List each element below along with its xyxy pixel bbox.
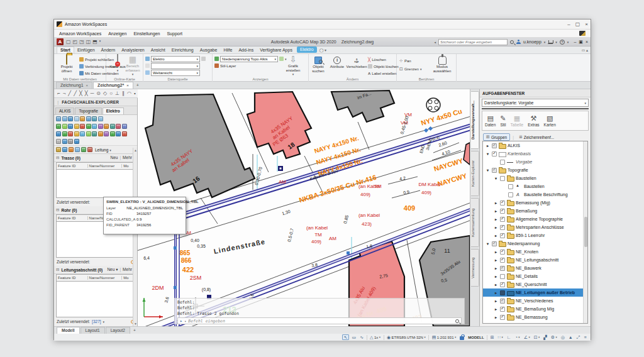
tree-item[interactable]: ▸ALKIS: [483, 141, 587, 150]
search-collapse-icon[interactable]: ◂: [435, 40, 436, 44]
taskpane-tool-daten[interactable]: ▤Daten: [485, 114, 496, 127]
visibility-checkbox[interactable]: [500, 266, 505, 271]
tree-item[interactable]: ▸NE_Leitungen außer Betrieb: [483, 288, 587, 297]
objekt-suchen-button[interactable]: Objekt suchen: [309, 55, 328, 76]
gruppen-button[interactable]: ⊞Gruppen: [483, 133, 510, 141]
display-scale[interactable]: △1x▾: [369, 334, 382, 340]
tree-item[interactable]: ▸Mehrsparten Anschlüsse: [483, 223, 587, 231]
ribbon-tab-einfügen[interactable]: Einfügen: [74, 47, 98, 53]
isolate-objects[interactable]: ◎: [560, 334, 565, 340]
feature-class-icon[interactable]: [86, 131, 91, 136]
expander-icon[interactable]: ▸: [494, 209, 498, 213]
tab-elektro[interactable]: Elektro: [103, 107, 124, 114]
bereich-erfassen-button[interactable]: ▦ Bereich erfassen ▾: [123, 55, 143, 76]
expander-icon[interactable]: ▸: [494, 282, 498, 287]
grenzen-button[interactable]: ⊡Grenzen▾: [399, 66, 421, 72]
ribbon-tab-ändern[interactable]: Ändern: [98, 47, 119, 53]
feature-class-icon[interactable]: [86, 124, 91, 129]
expander-icon[interactable]: ▾: [494, 176, 498, 180]
feature-class-icon[interactable]: [56, 124, 61, 129]
tree-item[interactable]: ▸859-1 Leerrohr: [483, 231, 587, 239]
expander-icon[interactable]: ▾: [486, 241, 490, 246]
draw-tool-icon[interactable]: ∥: [122, 91, 125, 96]
tree-item[interactable]: ▸NE_Bauwerk: [483, 264, 587, 272]
feature-class-icon[interactable]: [116, 131, 121, 136]
expander-icon[interactable]: ▸: [494, 274, 498, 278]
expander-icon[interactable]: ▸: [494, 290, 498, 295]
open-drawing-icon[interactable]: ◰: [73, 39, 78, 45]
explorer-tool-icon[interactable]: [56, 147, 61, 152]
datenquelle-combo-2[interactable]: ▾: [151, 63, 200, 69]
tree-item[interactable]: ▾Niederspannung: [483, 239, 587, 248]
ws-minimize-button[interactable]: –: [567, 21, 570, 27]
acad-restore-button[interactable]: ▣: [579, 40, 583, 45]
performance-graph-icon[interactable]: ∿: [359, 334, 365, 340]
vertical-tab[interactable]: Kartensammlung: [471, 198, 479, 247]
workspace-icon[interactable]: ◫: [86, 39, 91, 45]
modus-auswaehlen-button[interactable]: Modus auswählen: [430, 55, 455, 76]
loeschen-button[interactable]: ╳Löschen: [368, 57, 399, 62]
expander-icon[interactable]: ▸: [494, 299, 498, 303]
clean-screen[interactable]: ⤢: [575, 334, 581, 340]
label-erstellen-button[interactable]: ALabel erstellen: [368, 70, 399, 76]
feature-class-icon[interactable]: [68, 116, 73, 121]
ribbon-tab-elektro[interactable]: Elektro: [297, 47, 317, 53]
tree-item[interactable]: ▾Baustellen: [483, 174, 587, 182]
lineweight-toggle[interactable]: ▞: [543, 334, 548, 340]
tab-topografie[interactable]: Topografie: [75, 107, 101, 114]
draw-tool-icon[interactable]: ¬: [63, 91, 66, 96]
draw-tool-icon[interactable]: ⊙: [96, 91, 101, 96]
draw-tool-icon[interactable]: ╳: [85, 91, 88, 96]
acad-minimize-button[interactable]: –: [574, 40, 576, 44]
grafik-erstellen-button[interactable]: ⇩ Grafik erstellen ▾: [282, 55, 304, 76]
tree-item[interactable]: ▸NE_Details: [483, 272, 587, 280]
tree-item[interactable]: ▸Bemassung (Mig): [483, 199, 587, 207]
expander-icon[interactable]: ▸: [494, 217, 498, 221]
ribbon-collapse-icon[interactable]: ▭ ▴: [582, 48, 588, 53]
menu-item[interactable]: Amazon WorkSpaces: [59, 31, 101, 36]
tree-item[interactable]: ▸NE_Leitungsabschnitt: [483, 256, 587, 264]
object-snap[interactable]: ⊡▾: [533, 334, 541, 340]
expander-icon[interactable]: ▾: [486, 151, 490, 156]
doc-tab[interactable]: Zeichnung2*×: [93, 82, 133, 89]
explorer-tool-icon[interactable]: [75, 147, 80, 152]
menu-item[interactable]: Einstellungen: [133, 31, 160, 36]
feature-class-icon[interactable]: [62, 124, 67, 129]
model-space-label[interactable]: MODELL: [467, 334, 485, 340]
visibility-checkbox[interactable]: [500, 282, 505, 287]
stil-layer-button[interactable]: Stil-Layer: [214, 63, 287, 69]
menu-item[interactable]: Anzeigen: [108, 31, 126, 36]
visibility-checkbox[interactable]: [500, 200, 505, 206]
verschieben-button[interactable]: ↔↕ Verschieben: [347, 55, 367, 76]
doc-tab[interactable]: Zeichnung1×: [56, 82, 92, 89]
expander-icon[interactable]: ▸: [494, 200, 498, 205]
feature-class-icon[interactable]: [74, 131, 79, 136]
ribbon-tab-ausgabe[interactable]: Ausgabe: [197, 47, 221, 53]
feature-class-icon[interactable]: [56, 131, 61, 136]
panel-grip-icon[interactable]: ⋮: [56, 100, 60, 104]
search-icon[interactable]: [510, 40, 514, 44]
feature-class-icon[interactable]: [104, 124, 109, 129]
taskpane-tool-extras[interactable]: ⚒Extras: [528, 114, 539, 127]
graphics-performance[interactable]: ▲: [567, 334, 574, 340]
explorer-tool-icon[interactable]: [69, 147, 74, 152]
draw-tool-icon[interactable]: ─: [91, 91, 94, 96]
explorer-tool-icon[interactable]: [62, 147, 67, 152]
la-list[interactable]: [56, 281, 135, 317]
tree-scrollbar[interactable]: [583, 141, 587, 323]
feature-class-icon[interactable]: [62, 116, 67, 121]
new-tab-button[interactable]: +: [134, 83, 142, 89]
tree-item[interactable]: Baustelle Beschriftung: [483, 190, 587, 199]
store-cart-icon[interactable]: [548, 40, 553, 44]
workspace-switch-icon[interactable]: ◯ ▾: [319, 48, 326, 53]
signin-user[interactable]: u.knoepp: [523, 40, 541, 44]
feature-class-icon[interactable]: [56, 116, 61, 121]
visibility-checkbox[interactable]: [500, 315, 505, 320]
pan-button[interactable]: ⊹Pan: [399, 58, 421, 63]
visibility-checkbox[interactable]: [500, 160, 505, 165]
draw-tool-icon[interactable]: ╳: [79, 91, 82, 96]
feature-class-icon[interactable]: [68, 131, 73, 136]
visibility-checkbox[interactable]: [500, 233, 505, 238]
section-trasse[interactable]: ⊟Trasse (0) Neu|Mehr ▾: [54, 154, 137, 162]
anzeigen-combo[interactable]: Niederspannung Topo Alkis▾: [220, 56, 278, 62]
